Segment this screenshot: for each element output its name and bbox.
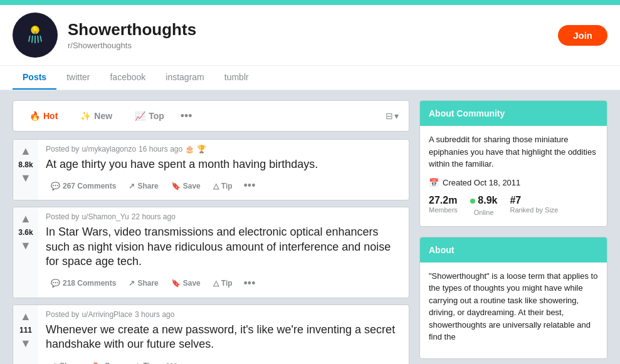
fire-icon: 🔥 (29, 111, 40, 121)
comments-button[interactable]: 💬 267 Comments (46, 178, 121, 194)
post-time: 16 hours ago (139, 145, 182, 153)
post-time: 3 hours ago (135, 310, 174, 319)
more-options-button[interactable]: ••• (240, 274, 260, 293)
nav-bar: Posts twitter facebook instagram tumblr (0, 66, 620, 90)
svg-text:💡: 💡 (31, 26, 39, 34)
vote-count: 8.8k (18, 160, 33, 169)
upvote-button[interactable]: ▲ (20, 310, 31, 323)
rank-value: #7 (510, 195, 558, 206)
about-card: About "Showerthought" is a loose term th… (419, 237, 607, 359)
sort-bar: 🔥 Hot ✨ New 📈 Top ••• ⊟ ▾ (13, 100, 409, 132)
post-actions: 💬 218 Comments ↗ Share 🔖 Save △ Tip (46, 274, 401, 293)
vote-count: 3.6k (18, 228, 33, 237)
sort-more-button[interactable]: ••• (181, 110, 192, 123)
save-label: Save (183, 279, 201, 288)
upvote-button[interactable]: ▲ (20, 145, 31, 158)
vote-column: ▲ 111 ▼ (13, 305, 38, 364)
posted-by-label: Posted by (46, 145, 79, 153)
save-icon: 🔖 (171, 279, 181, 288)
share-icon: ↗ (51, 361, 57, 364)
post-author[interactable]: u/Shamon_Yu (81, 212, 129, 221)
members-stat: 27.2m Members (429, 195, 458, 216)
more-options-button[interactable]: ••• (240, 177, 260, 195)
post-body: Posted by u/ArrivingPlace 3 hours ago Wh… (38, 305, 409, 364)
post-meta: Posted by u/ArrivingPlace 3 hours ago (46, 310, 401, 319)
about-community-description: A subreddit for sharing those miniature … (429, 133, 598, 170)
rank-stat: #7 Ranked by Size (510, 195, 558, 216)
sort-hot-label: Hot (43, 111, 58, 121)
tab-facebook[interactable]: facebook (100, 66, 155, 90)
vote-count: 111 (19, 326, 32, 335)
feed-column: 🔥 Hot ✨ New 📈 Top ••• ⊟ ▾ ▲ 8.8k (13, 100, 409, 364)
top-bar (0, 0, 620, 5)
post-card: ▲ 3.6k ▼ Posted by u/Shamon_Yu 22 hours … (13, 207, 409, 298)
tab-twitter[interactable]: twitter (56, 66, 100, 90)
award-icon1: 🎂 (185, 145, 194, 153)
tip-button[interactable]: △ Tip (130, 358, 159, 364)
downvote-button[interactable]: ▼ (20, 172, 31, 185)
share-label: Share (137, 182, 158, 190)
post-card: ▲ 8.8k ▼ Posted by u/mykaylagonzo 16 hou… (13, 139, 409, 200)
rank-label: Ranked by Size (510, 206, 558, 214)
downvote-button[interactable]: ▼ (20, 337, 31, 350)
online-value: 8.9k (470, 195, 498, 206)
tab-instagram[interactable]: instagram (155, 66, 214, 90)
online-number: 8.9k (478, 195, 497, 205)
save-button[interactable]: 🔖 Save (166, 275, 206, 291)
about-header: About (420, 237, 607, 263)
page-header: 💡 Showerthoughts r/Showerthoughts Join (0, 5, 620, 66)
vote-column: ▲ 8.8k ▼ (13, 140, 38, 200)
upvote-button[interactable]: ▲ (20, 212, 31, 226)
comments-button[interactable]: 💬 218 Comments (46, 275, 121, 291)
save-icon: 🔖 (93, 361, 102, 364)
tab-tumblr[interactable]: tumblr (214, 66, 259, 90)
svg-line-6 (38, 36, 38, 43)
posted-by-label: Posted by (46, 212, 79, 221)
svg-point-0 (19, 19, 51, 51)
downvote-button[interactable]: ▼ (20, 239, 31, 252)
more-options-button[interactable]: ••• (162, 356, 181, 364)
trending-icon: 📈 (135, 111, 145, 121)
online-stat: 8.9k Online (470, 195, 498, 216)
award-icon2: 🏆 (197, 145, 206, 153)
tip-button[interactable]: △ Tip (208, 178, 238, 194)
about-description: "Showerthought" is a loose term that app… (429, 270, 598, 343)
tip-button[interactable]: △ Tip (208, 275, 238, 291)
post-author[interactable]: u/mykaylagonzo (81, 145, 136, 153)
save-icon: 🔖 (171, 182, 181, 190)
post-meta: Posted by u/mykaylagonzo 16 hours ago 🎂 … (46, 145, 401, 153)
save-button[interactable]: 🔖 Save (88, 358, 127, 364)
members-label: Members (429, 206, 458, 214)
share-button[interactable]: ↗ Share (123, 275, 163, 291)
share-button[interactable]: ↗ Share (46, 358, 85, 364)
main-layout: 🔥 Hot ✨ New 📈 Top ••• ⊟ ▾ ▲ 8.8k (0, 90, 620, 364)
sort-top-button[interactable]: 📈 Top (129, 107, 171, 125)
comments-count: 218 Comments (63, 279, 116, 288)
view-toggle-button[interactable]: ⊟ ▾ (386, 111, 399, 121)
post-actions: 💬 267 Comments ↗ Share 🔖 Save △ Tip (46, 177, 401, 195)
post-body: Posted by u/mykaylagonzo 16 hours ago 🎂 … (38, 140, 409, 200)
subreddit-slug: r/Showerthoughts (68, 41, 548, 50)
tab-posts[interactable]: Posts (13, 66, 56, 90)
about-title: About (429, 245, 598, 255)
post-body: Posted by u/Shamon_Yu 22 hours ago In St… (38, 207, 409, 297)
created-text: Created Oct 18, 2011 (443, 178, 520, 187)
vote-column: ▲ 3.6k ▼ (13, 207, 38, 297)
sort-hot-button[interactable]: 🔥 Hot (23, 107, 64, 125)
posted-by-label: Posted by (46, 310, 79, 319)
post-title: Whenever we create a new password, it's … (46, 323, 401, 352)
join-button[interactable]: Join (558, 25, 607, 46)
share-button[interactable]: ↗ Share (123, 178, 163, 194)
save-label: Save (105, 361, 122, 364)
sort-new-button[interactable]: ✨ New (74, 107, 118, 125)
subreddit-title: Showerthoughts (68, 20, 548, 39)
post-author[interactable]: u/ArrivingPlace (81, 310, 132, 319)
post-title: In Star Wars, video transmissions and el… (46, 225, 401, 269)
tip-icon: △ (135, 361, 140, 364)
save-button[interactable]: 🔖 Save (166, 178, 206, 194)
comments-count: 267 Comments (63, 182, 116, 190)
community-stats: 27.2m Members 8.9k Online #7 Ranked by S… (429, 195, 598, 216)
online-dot (470, 199, 475, 204)
subreddit-avatar: 💡 (13, 13, 58, 58)
sort-top-label: Top (149, 111, 164, 121)
